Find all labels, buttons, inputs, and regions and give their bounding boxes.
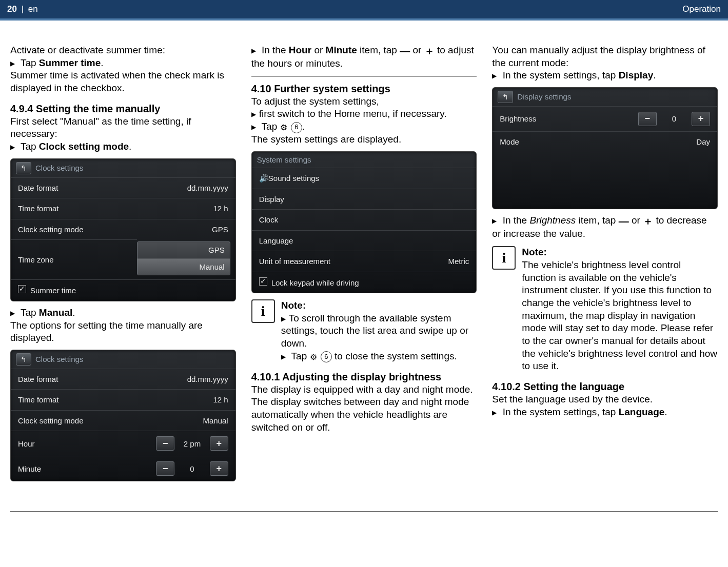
step: Tap Summer time. — [10, 57, 236, 70]
panel-title-text: Clock settings — [35, 354, 83, 364]
row-hour: Hour − 2 pm + — [11, 431, 235, 456]
info-icon: i — [492, 246, 516, 270]
column-2: In the Hour or Minute item, tap — or ＋ t… — [251, 44, 477, 487]
minus-icon: — — [619, 215, 629, 227]
page-body: Activate or deactivate summer time: Tap … — [0, 21, 728, 497]
row-date-format[interactable]: Date format dd.mm.yyyy — [11, 177, 235, 198]
row-language[interactable]: Language — [252, 230, 477, 251]
row-date-format[interactable]: Date format dd.mm.yyyy — [11, 369, 235, 390]
footer-line — [10, 511, 718, 512]
para: To adjust the system settings, — [251, 95, 477, 108]
step: Tap Clock setting mode. — [10, 140, 236, 153]
panel-spacer — [493, 152, 717, 209]
row-sound-settings[interactable]: 🔊 Sound settings — [252, 168, 477, 189]
divider — [251, 76, 477, 77]
heading-410: 4.10 Further system settings — [251, 82, 477, 95]
row-unit-of-measurement[interactable]: Unit of measurement Metric — [252, 251, 477, 272]
minute-value: 0 — [177, 464, 208, 474]
panel-title: System settings — [252, 152, 477, 168]
column-1: Activate or deactivate summer time: Tap … — [10, 44, 236, 487]
lang-sep: | — [22, 4, 24, 14]
row-minute: Minute − 0 + — [11, 456, 235, 481]
note-body: The vehicle's brightness level control f… — [522, 259, 718, 373]
checkbox-icon[interactable] — [259, 277, 267, 286]
dropdown-option-gps[interactable]: GPS — [137, 242, 230, 259]
plus-icon: ＋ — [424, 45, 435, 56]
back-icon[interactable]: ↰ — [498, 91, 513, 103]
plus-icon: ＋ — [643, 215, 653, 227]
panel-title: ↰ Clock settings — [11, 350, 235, 369]
para: The system settings are displayed. — [251, 133, 477, 146]
para: The options for setting the time manuall… — [10, 319, 236, 345]
row-summer-time[interactable]: Summer time — [11, 279, 235, 301]
note-content: Note: To scroll through the available sy… — [281, 299, 477, 363]
step: In the Brightness item, tap — or ＋ to de… — [492, 214, 718, 240]
para: You can manually adjust the display brig… — [492, 44, 718, 69]
display-settings-panel: ↰ Display settings Brightness − 0 + Mode… — [492, 87, 718, 209]
note-step: To scroll through the available system s… — [281, 312, 477, 350]
minus-button[interactable]: − — [156, 461, 174, 476]
minus-icon: — — [400, 45, 410, 56]
plus-button[interactable]: + — [210, 461, 228, 476]
row-lock-keypad[interactable]: Lock keypad while driving — [252, 272, 477, 293]
system-settings-panel: System settings 🔊 Sound settings Display… — [251, 151, 477, 294]
para: Summer time is activated when the check … — [10, 69, 236, 94]
note-title: Note: — [522, 246, 718, 259]
ref-number-6: 6 — [321, 351, 332, 362]
panel-title-text: Clock settings — [35, 163, 83, 173]
plus-button[interactable]: + — [692, 112, 710, 126]
ref-number-6: 6 — [291, 122, 302, 133]
heading-4101: 4.10.1 Adjusting the display brightness — [251, 370, 477, 383]
back-icon[interactable]: ↰ — [16, 353, 31, 366]
page-number-block: 20 | en — [7, 4, 38, 14]
step: In the system settings, tap Language. — [492, 406, 718, 419]
clock-settings-panel-1: ↰ Clock settings Date format dd.mm.yyyy … — [10, 158, 236, 301]
page-number: 20 — [7, 4, 17, 14]
minus-button[interactable]: − — [156, 436, 174, 451]
dropdown-option-manual[interactable]: Manual — [137, 259, 230, 275]
minus-button[interactable]: − — [638, 112, 657, 126]
heading-494: 4.9.4 Setting the time manually — [10, 102, 236, 115]
para: Set the language used by the device. — [492, 393, 718, 406]
step: Tap ⚙ 6. — [251, 120, 477, 133]
row-clock[interactable]: Clock — [252, 209, 477, 230]
lang-code: en — [28, 4, 38, 14]
column-3: You can manually adjust the display brig… — [492, 44, 718, 487]
panel-title-text: Display settings — [517, 92, 571, 102]
info-icon: i — [251, 299, 275, 323]
row-clock-setting-mode[interactable]: Clock setting mode GPS — [11, 219, 235, 240]
row-time-format[interactable]: Time format 12 h — [11, 389, 235, 410]
clock-mode-dropdown[interactable]: GPS Manual — [137, 241, 230, 275]
step: In the system settings, tap Display. — [492, 69, 718, 82]
para: Activate or deactivate summer time: — [10, 44, 236, 57]
para: First select "Manual" as the time settin… — [10, 115, 236, 140]
brightness-value: 0 — [659, 114, 690, 124]
step: In the Hour or Minute item, tap — or ＋ t… — [251, 44, 477, 70]
speaker-icon: 🔊 — [259, 173, 266, 184]
note-box: i Note: The vehicle's brightness level c… — [492, 246, 718, 373]
row-display[interactable]: Display — [252, 189, 477, 210]
note-step: Tap ⚙ 6 to close the system settings. — [281, 350, 477, 363]
row-brightness: Brightness − 0 + — [493, 106, 717, 131]
checkbox-icon[interactable] — [18, 285, 26, 293]
heading-4102: 4.10.2 Setting the language — [492, 380, 718, 393]
back-icon[interactable]: ↰ — [16, 162, 31, 174]
section-title: Operation — [682, 4, 721, 14]
panel-title: ↰ Display settings — [493, 88, 717, 106]
row-time-format[interactable]: Time format 12 h — [11, 198, 235, 219]
note-box: i Note: To scroll through the available … — [251, 299, 477, 363]
row-time-zone[interactable]: Time zone — [11, 239, 137, 279]
step: first switch to the Home menu, if necess… — [251, 108, 477, 120]
row-mode[interactable]: Mode Day — [493, 131, 717, 152]
gear-icon: ⚙ — [280, 123, 287, 132]
panel-title: ↰ Clock settings — [11, 159, 235, 177]
step: Tap Manual. — [10, 307, 236, 319]
note-title: Note: — [281, 299, 477, 312]
note-content: Note: The vehicle's brightness level con… — [522, 246, 718, 373]
row-clock-setting-mode[interactable]: Clock setting mode Manual — [11, 410, 235, 431]
panel-title-text: System settings — [257, 155, 311, 165]
plus-button[interactable]: + — [210, 436, 228, 451]
clock-settings-panel-2: ↰ Clock settings Date format dd.mm.yyyy … — [10, 350, 236, 482]
hour-value: 2 pm — [177, 439, 208, 449]
para: The display is equipped with a day and n… — [251, 383, 477, 434]
